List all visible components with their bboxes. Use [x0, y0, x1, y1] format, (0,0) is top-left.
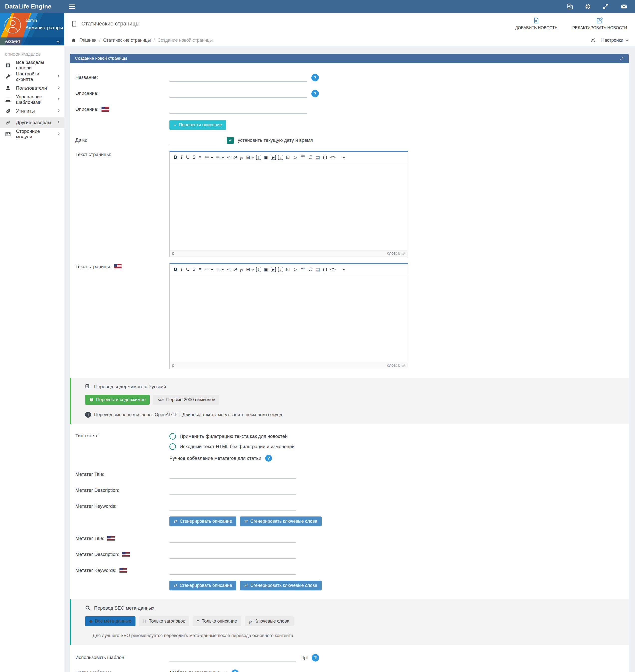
- resize-grip-icon[interactable]: [402, 364, 406, 367]
- editor-content-area[interactable]: [170, 163, 408, 250]
- sidebar-item-users[interactable]: Пользователи: [0, 82, 64, 94]
- generate-description-button[interactable]: ⇄ Сгенерировать описание: [170, 517, 236, 526]
- settings-dropdown[interactable]: Настройки: [591, 38, 628, 43]
- meta-title-en-input[interactable]: [170, 535, 296, 543]
- upload-icon[interactable]: ⇧: [256, 155, 261, 160]
- generate-keywords-en-button[interactable]: ⇄ Сгенерировать ключевые слова: [240, 581, 322, 590]
- Все мета-данные[interactable]: ◆Все мета-данные: [85, 616, 135, 626]
- shortcode-icon[interactable]: (i): [321, 266, 329, 273]
- anchor-key-icon[interactable]: ℘: [238, 266, 244, 273]
- menu-icon[interactable]: [69, 3, 75, 10]
- sidebar-item-other-sections[interactable]: Другие разделы: [0, 117, 64, 128]
- sidebar-item-script-settings[interactable]: Настройки скрипта: [0, 71, 64, 82]
- pagebreak-icon[interactable]: ▤: [314, 154, 321, 161]
- emoticon-icon[interactable]: ☺: [291, 266, 299, 273]
- numbered-list-icon[interactable]: ≕: [214, 266, 222, 273]
- help-icon[interactable]: ?: [311, 74, 319, 81]
- description-en-input[interactable]: [170, 106, 307, 113]
- bullet-list-icon[interactable]: ≔: [203, 266, 211, 273]
- add-news-button[interactable]: ДОБАВИТЬ НОВОСТЬ: [515, 17, 557, 30]
- Только описание[interactable]: ≡Только описание: [193, 616, 241, 626]
- quote-icon[interactable]: ””: [299, 154, 307, 161]
- current-date-checkbox[interactable]: ✓: [227, 137, 234, 144]
- chevron-down-icon[interactable]: [343, 268, 346, 270]
- strikethrough-icon[interactable]: S: [191, 266, 197, 273]
- align-icon[interactable]: ≡: [197, 154, 203, 161]
- more-icon[interactable]: [337, 269, 343, 270]
- globe-icon[interactable]: [585, 3, 591, 10]
- anchor-key-icon[interactable]: ℘: [238, 154, 244, 161]
- template-folder-select[interactable]: Шаблон по умолчанию: [170, 669, 227, 672]
- more-icon[interactable]: [337, 156, 343, 158]
- sidebar-item-all-sections[interactable]: Все разделы панели: [0, 59, 64, 71]
- filter-text-radio[interactable]: [170, 433, 176, 440]
- home-icon[interactable]: [71, 38, 76, 43]
- quote-icon[interactable]: ””: [299, 266, 307, 273]
- link-icon[interactable]: ∞: [225, 266, 232, 273]
- strikethrough-icon[interactable]: S: [191, 154, 197, 161]
- emoticon-icon[interactable]: ☺: [291, 154, 299, 161]
- underline-icon[interactable]: U: [184, 266, 191, 273]
- spoiler-icon[interactable]: ∅: [307, 154, 314, 161]
- bullet-list-icon[interactable]: ≔: [203, 154, 211, 161]
- translate-icon[interactable]: A: [567, 3, 573, 10]
- video-icon[interactable]: ▶: [271, 267, 276, 272]
- chevron-down-icon[interactable]: [251, 268, 254, 270]
- underline-icon[interactable]: U: [184, 154, 191, 161]
- italic-icon[interactable]: I: [179, 266, 184, 273]
- Только заголовок[interactable]: HТолько заголовок: [139, 616, 189, 626]
- spoiler-icon[interactable]: ∅: [307, 266, 314, 273]
- chevron-down-icon[interactable]: [211, 268, 213, 270]
- breadcrumb-home[interactable]: Главная: [79, 38, 96, 43]
- meta-keywords-input[interactable]: [170, 503, 296, 510]
- table-icon[interactable]: ⊞: [245, 154, 252, 161]
- expand-icon[interactable]: [619, 56, 624, 61]
- chevron-down-icon[interactable]: [222, 156, 224, 158]
- unlink-icon[interactable]: ∞: [232, 266, 239, 273]
- align-icon[interactable]: ≡: [197, 266, 203, 273]
- meta-keywords-en-input[interactable]: [170, 567, 296, 575]
- translate-description-button[interactable]: ≡ Перевести описание: [170, 120, 226, 130]
- sidebar-item-utilities[interactable]: Утилиты: [0, 105, 64, 117]
- Ключевые слова[interactable]: ℘Ключевые слова: [245, 616, 294, 626]
- help-icon[interactable]: ?: [311, 90, 319, 97]
- bold-icon[interactable]: B: [172, 266, 179, 273]
- table-icon[interactable]: ⊞: [245, 266, 252, 273]
- music-icon[interactable]: ♪: [278, 155, 283, 160]
- pagebreak-icon[interactable]: ▤: [314, 266, 321, 273]
- breadcrumb-static-pages[interactable]: Статические страницы: [103, 38, 151, 43]
- source-icon[interactable]: <>: [329, 154, 337, 161]
- help-icon[interactable]: ?: [265, 455, 272, 462]
- description-input[interactable]: [170, 90, 307, 98]
- image-icon[interactable]: ▣: [262, 154, 270, 161]
- screen-icon[interactable]: ⊡: [284, 266, 291, 273]
- music-icon[interactable]: ♪: [278, 267, 283, 272]
- translate-content-button[interactable]: Перевести содержимое: [85, 395, 150, 405]
- sidebar-item-templates[interactable]: Управление шаблонами: [0, 94, 64, 105]
- chevron-down-icon[interactable]: [343, 156, 346, 158]
- fullscreen-icon[interactable]: [603, 3, 609, 10]
- date-input[interactable]: [170, 136, 216, 144]
- generate-keywords-button[interactable]: ⇄ Сгенерировать ключевые слова: [240, 517, 322, 526]
- mail-icon[interactable]: [620, 3, 628, 10]
- edit-news-button[interactable]: РЕДАКТИРОВАТЬ НОВОСТИ: [572, 17, 627, 30]
- meta-title-input[interactable]: [170, 470, 296, 479]
- source-icon[interactable]: <>: [329, 266, 337, 273]
- meta-description-en-input[interactable]: [170, 551, 296, 559]
- help-icon[interactable]: ?: [312, 654, 319, 662]
- first-2000-chars-button[interactable]: </> Первые 2000 символов: [153, 395, 219, 405]
- sidebar-item-third-party-modules[interactable]: Сторонние модули: [0, 128, 64, 140]
- editor-content-area[interactable]: [170, 275, 408, 362]
- shortcode-icon[interactable]: (i): [321, 154, 329, 161]
- link-icon[interactable]: ∞: [225, 154, 232, 161]
- bold-icon[interactable]: B: [172, 154, 179, 161]
- meta-description-input[interactable]: [170, 486, 296, 495]
- upload-icon[interactable]: ⇧: [256, 267, 261, 272]
- name-input[interactable]: [170, 74, 307, 82]
- chevron-down-icon[interactable]: [222, 268, 224, 270]
- chevron-down-icon[interactable]: [251, 156, 254, 158]
- video-icon[interactable]: ▶: [271, 155, 276, 160]
- italic-icon[interactable]: I: [179, 154, 184, 161]
- chevron-down-icon[interactable]: [211, 156, 213, 158]
- help-icon[interactable]: ?: [231, 670, 239, 672]
